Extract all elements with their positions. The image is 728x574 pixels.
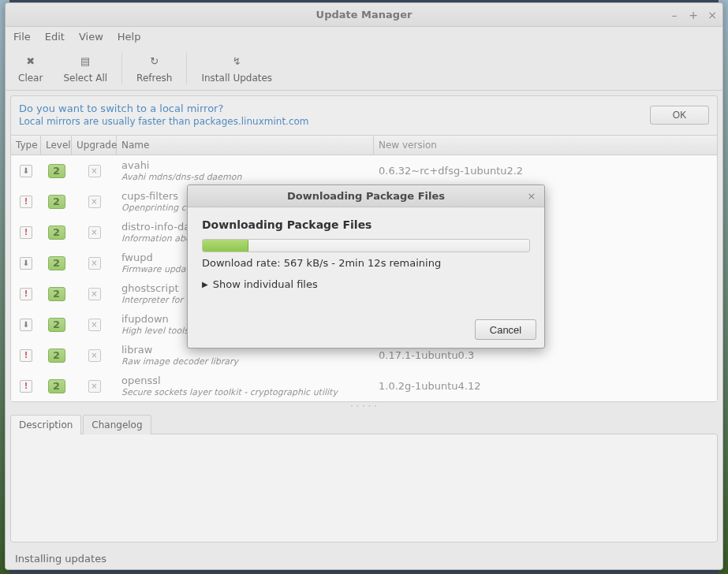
column-level[interactable]: Level xyxy=(41,136,72,155)
upgrade-checkbox[interactable]: × xyxy=(88,165,101,177)
download-icon: ⬇ xyxy=(20,257,32,270)
table-header: Type Level Upgrade Name New version xyxy=(11,135,717,155)
upgrade-checkbox[interactable]: × xyxy=(88,257,101,270)
cancel-button[interactable]: Cancel xyxy=(475,319,536,340)
refresh-label: Refresh xyxy=(136,73,172,84)
mirror-banner: Do you want to switch to a local mirror?… xyxy=(11,96,717,135)
menu-file[interactable]: File xyxy=(13,31,31,43)
warning-icon: ! xyxy=(20,226,32,239)
level-badge: 2 xyxy=(48,348,65,363)
minimize-icon[interactable]: – xyxy=(669,9,680,21)
package-desc: Raw image decoder library xyxy=(121,356,374,367)
show-individual-files-expander[interactable]: ▶ Show individual files xyxy=(202,278,530,290)
titlebar[interactable]: Update Manager – + × xyxy=(6,3,722,27)
select-all-button[interactable]: ▤ Select All xyxy=(54,49,117,88)
warning-icon: ! xyxy=(20,349,32,362)
mirror-question[interactable]: Do you want to switch to a local mirror? xyxy=(19,102,309,114)
package-version: 0.6.32~rc+dfsg-1ubuntu2.2 xyxy=(374,165,717,177)
install-updates-label: Install Updates xyxy=(201,73,272,84)
dialog-heading: Downloading Package Files xyxy=(202,218,530,231)
level-badge: 2 xyxy=(48,318,65,332)
dialog-titlebar[interactable]: Downloading Package Files × xyxy=(188,185,544,207)
upgrade-checkbox[interactable]: × xyxy=(88,380,101,393)
refresh-icon: ↻ xyxy=(150,54,159,69)
level-badge: 2 xyxy=(48,379,65,393)
chevron-right-icon: ▶ xyxy=(202,280,208,289)
status-text: Installing updates xyxy=(15,553,106,565)
package-version: 1.0.2g-1ubuntu4.12 xyxy=(374,380,717,392)
clear-icon: ✖ xyxy=(26,54,35,69)
level-badge: 2 xyxy=(48,256,65,270)
package-version: 0.17.1-1ubuntu0.3 xyxy=(374,349,717,361)
column-type[interactable]: Type xyxy=(11,136,41,155)
tab-changelog[interactable]: Changelog xyxy=(83,415,151,434)
menubar: File Edit View Help xyxy=(6,27,722,47)
refresh-button[interactable]: ↻ Refresh xyxy=(127,49,181,88)
dialog-close-icon[interactable]: × xyxy=(525,189,538,202)
package-desc: Secure sockets layer toolkit - cryptogra… xyxy=(121,387,374,397)
package-name: openssl xyxy=(121,375,374,386)
download-rate: Download rate: 567 kB/s - 2min 12s remai… xyxy=(202,257,530,269)
warning-icon: ! xyxy=(20,288,32,300)
upgrade-checkbox[interactable]: × xyxy=(88,288,101,300)
dialog-title: Downloading Package Files xyxy=(287,190,445,202)
level-badge: 2 xyxy=(48,195,65,209)
column-name[interactable]: Name xyxy=(117,136,374,155)
statusbar: Installing updates xyxy=(6,547,722,569)
install-updates-icon: ↯ xyxy=(233,54,241,69)
mirror-subtext: Local mirrors are usually faster than pa… xyxy=(19,116,309,127)
expander-label: Show individual files xyxy=(213,278,318,290)
menu-edit[interactable]: Edit xyxy=(45,31,65,43)
close-icon[interactable]: × xyxy=(707,9,718,21)
ok-button[interactable]: OK xyxy=(650,106,709,125)
details-area: Description Changelog xyxy=(10,414,718,542)
toolbar-separator xyxy=(186,53,187,84)
menu-help[interactable]: Help xyxy=(118,31,141,43)
window-title: Update Manager xyxy=(316,9,413,20)
upgrade-checkbox[interactable]: × xyxy=(88,196,101,208)
package-name: avahi xyxy=(121,159,374,171)
level-badge: 2 xyxy=(48,226,65,240)
tab-description[interactable]: Description xyxy=(10,415,81,434)
level-badge: 2 xyxy=(48,164,65,178)
maximize-icon[interactable]: + xyxy=(688,9,699,21)
progress-track xyxy=(202,239,530,252)
column-new-version[interactable]: New version xyxy=(374,136,717,155)
upgrade-checkbox[interactable]: × xyxy=(88,226,101,239)
toolbar: ✖ Clear ▤ Select All ↻ Refresh ↯ Install… xyxy=(6,47,722,91)
package-desc: Avahi mdns/dns-sd daemon xyxy=(121,172,374,182)
install-updates-button[interactable]: ↯ Install Updates xyxy=(192,49,282,88)
column-upgrade[interactable]: Upgrade xyxy=(72,136,117,155)
upgrade-checkbox[interactable]: × xyxy=(88,349,101,362)
warning-icon: ! xyxy=(20,196,32,208)
clear-button[interactable]: ✖ Clear xyxy=(9,49,52,88)
warning-icon: ! xyxy=(20,380,32,393)
download-icon: ⬇ xyxy=(20,319,32,331)
progress-bar xyxy=(203,240,248,252)
menu-view[interactable]: View xyxy=(79,31,103,43)
clear-label: Clear xyxy=(18,73,43,84)
select-all-icon: ▤ xyxy=(80,54,90,69)
download-icon: ⬇ xyxy=(20,165,32,177)
table-row[interactable]: !2×opensslSecure sockets layer toolkit -… xyxy=(11,371,717,401)
download-dialog: Downloading Package Files × Downloading … xyxy=(187,184,545,348)
upgrade-checkbox[interactable]: × xyxy=(88,319,101,331)
pane-grip[interactable]: • • • • • xyxy=(6,402,722,409)
toolbar-separator xyxy=(121,53,122,84)
level-badge: 2 xyxy=(48,287,65,301)
tab-content xyxy=(10,434,718,542)
select-all-label: Select All xyxy=(63,73,107,84)
table-row[interactable]: ⬇2×avahiAvahi mdns/dns-sd daemon0.6.32~r… xyxy=(11,155,717,186)
